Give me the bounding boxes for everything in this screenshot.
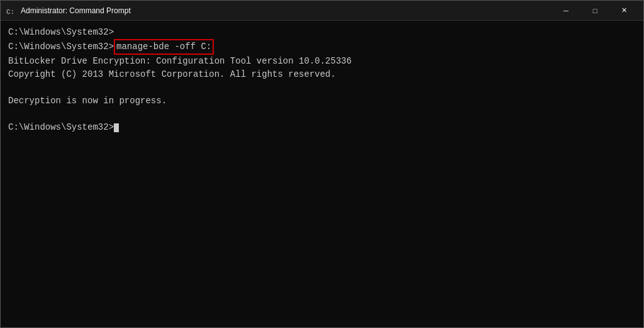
console-line-1: C:\Windows\System32> [8,26,636,39]
window-controls: ─ □ ✕ [552,1,638,21]
cursor-blink [114,123,119,132]
console-line-4: Copyright (C) 2013 Microsoft Corporation… [8,68,636,81]
cmd-window: C: Administrator: Command Prompt ─ □ ✕ C… [0,0,644,328]
close-button[interactable]: ✕ [609,1,638,21]
console-prompt-8: C:\Windows\System32> [8,121,114,134]
minimize-button[interactable]: ─ [552,1,580,21]
console-prompt-2: C:\Windows\System32> [8,40,114,54]
cmd-icon: C: [6,6,16,16]
console-line-2: C:\Windows\System32>manage-bde -off C: [8,39,636,55]
maximize-button[interactable]: □ [580,1,609,21]
console-line-3: BitLocker Drive Encryption: Configuratio… [8,55,636,68]
console-output[interactable]: C:\Windows\System32> C:\Windows\System32… [1,21,643,327]
console-line-5 [8,81,636,94]
title-bar: C: Administrator: Command Prompt ─ □ ✕ [1,1,643,21]
highlighted-command: manage-bde -off C: [114,39,214,55]
console-line-7 [8,108,636,121]
window-title: Administrator: Command Prompt [21,6,552,15]
svg-text:C:: C: [6,8,14,16]
console-line-6: Decryption is now in progress. [8,94,636,108]
console-line-8: C:\Windows\System32> [8,121,636,134]
